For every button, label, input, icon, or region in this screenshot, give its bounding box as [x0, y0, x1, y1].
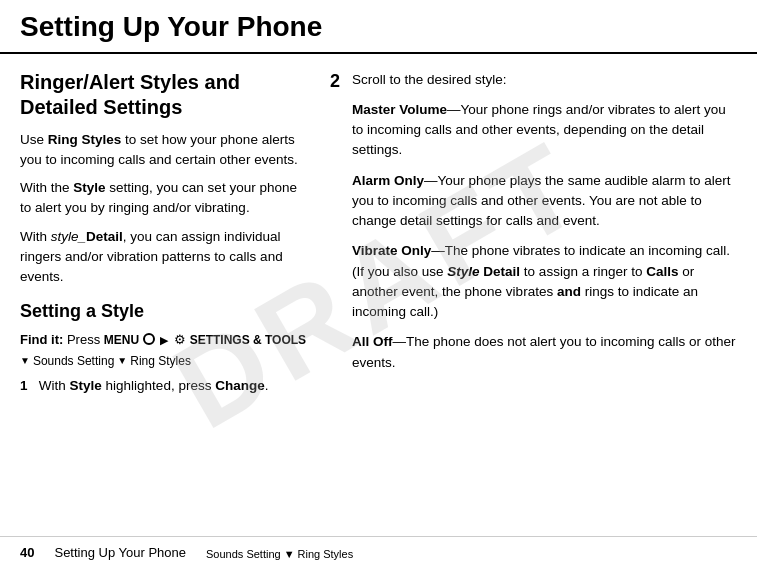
- footer-page-number: 40: [20, 545, 34, 560]
- page-container: DRAFT Setting Up Your Phone Ringer/Alert…: [0, 0, 757, 568]
- nav-arrow1-icon: ▼: [20, 355, 30, 366]
- find-it-line: Find it: Press MENU ▶ ⚙ SETTINGS & TOOLS: [20, 330, 310, 350]
- style-bold-calls: Calls: [646, 264, 678, 279]
- style-title-master-volume: Master Volume: [352, 102, 447, 117]
- footer-nav: Sounds Setting ▼ Ring Styles: [206, 548, 353, 560]
- step-2-container: 2 Scroll to the desired style: Master Vo…: [330, 70, 737, 373]
- style-bold-and: and: [557, 284, 581, 299]
- step1-bold: Style: [70, 378, 102, 393]
- nav-arrow2-icon: ▼: [117, 355, 127, 366]
- page-header: Setting Up Your Phone: [0, 0, 757, 54]
- nav-sounds: Sounds Setting: [33, 354, 114, 368]
- footer-nav-sounds: Sounds Setting: [206, 548, 281, 560]
- find-it-pre: Press: [67, 332, 104, 347]
- gear-icon: ⚙: [174, 330, 186, 350]
- para2-pre: With the: [20, 180, 73, 195]
- nav-ring: Ring Styles: [130, 354, 191, 368]
- paragraph-2: With the Style setting, you can set your…: [20, 178, 310, 219]
- find-it-settings: SETTINGS & TOOLS: [190, 333, 306, 347]
- page-title: Setting Up Your Phone: [20, 10, 737, 44]
- para1-bold: Ring Styles: [48, 132, 122, 147]
- style-alarm-only: Alarm Only—Your phone plays the same aud…: [352, 171, 737, 232]
- step1-end: .: [265, 378, 269, 393]
- style-all-off: All Off—The phone does not alert you to …: [352, 332, 737, 373]
- style-vibrate-only: Vibrate Only—The phone vibrates to indic…: [352, 241, 737, 322]
- footer-nav-arrow: ▼: [284, 548, 295, 560]
- step1-pre: With: [39, 378, 70, 393]
- style-sep-vibrate-only: —: [431, 243, 445, 258]
- page-footer: 40 Setting Up Your Phone Sounds Setting …: [0, 536, 757, 568]
- find-it-label: Find it:: [20, 332, 63, 347]
- para3-pre: With: [20, 229, 51, 244]
- style-desc-vibrate-mid: to assign a ringer to: [520, 264, 646, 279]
- style-italic-vibrate: Style: [447, 264, 479, 279]
- content-area: Ringer/Alert Styles and Detailed Setting…: [0, 54, 757, 397]
- style-sep-all-off: —: [393, 334, 407, 349]
- style-title-alarm-only: Alarm Only: [352, 173, 424, 188]
- step1-rest: highlighted, press: [102, 378, 215, 393]
- style-title-all-off: All Off: [352, 334, 393, 349]
- para3-italic: style_: [51, 229, 86, 244]
- para3-bold: Detail: [86, 229, 123, 244]
- step2-intro: Scroll to the desired style:: [352, 70, 737, 90]
- style-sep-master-volume: —: [447, 102, 461, 117]
- nav-path: ▼ Sounds Setting ▼ Ring Styles: [20, 354, 310, 368]
- step2-content: Scroll to the desired style: Master Volu…: [352, 70, 737, 373]
- left-column: Ringer/Alert Styles and Detailed Setting…: [20, 70, 310, 397]
- style-master-volume: Master Volume—Your phone rings and/or vi…: [352, 100, 737, 161]
- paragraph-1: Use Ring Styles to set how your phone al…: [20, 130, 310, 171]
- arrow-right-icon: ▶: [160, 332, 168, 349]
- step-1-line: 1 With Style highlighted, press Change.: [20, 376, 310, 396]
- style-sep-alarm-only: —: [424, 173, 438, 188]
- sub-section-title: Setting a Style: [20, 301, 310, 322]
- para2-bold: Style: [73, 180, 105, 195]
- step1-num: 1: [20, 378, 28, 393]
- right-column: 2 Scroll to the desired style: Master Vo…: [330, 70, 737, 397]
- step1-bold2: Change: [215, 378, 265, 393]
- style-desc-all-off: The phone does not alert you to incoming…: [352, 334, 735, 369]
- style-title-vibrate-only: Vibrate Only: [352, 243, 431, 258]
- para1-pre: Use: [20, 132, 48, 147]
- step2-number: 2: [330, 70, 340, 93]
- style-bold-detail: Detail: [480, 264, 521, 279]
- paragraph-3: With style_Detail, you can assign indivi…: [20, 227, 310, 288]
- find-it-menu: MENU: [104, 333, 139, 347]
- footer-nav-ring: Ring Styles: [298, 548, 354, 560]
- footer-title: Setting Up Your Phone: [54, 545, 186, 560]
- menu-circle-icon: [143, 333, 155, 345]
- section-title: Ringer/Alert Styles and Detailed Setting…: [20, 70, 310, 120]
